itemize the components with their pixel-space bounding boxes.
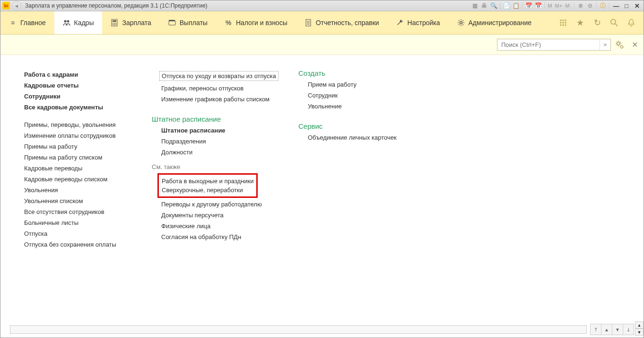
link-uvolneniya-spiskom[interactable]: Увольнения списком — [24, 196, 133, 206]
link-otpuska-bez[interactable]: Отпуска без сохранения оплаты — [24, 239, 133, 250]
zoom-in-icon[interactable]: ⊕ — [576, 1, 585, 10]
search-clear-button[interactable]: × — [600, 39, 610, 50]
link-soglasiya[interactable]: Согласия на обработку ПДн — [161, 231, 279, 242]
menu-admin[interactable]: Администрирование — [449, 11, 540, 34]
link-vse-kadrovye[interactable]: Все кадровые документы — [24, 102, 133, 113]
people-icon — [63, 19, 70, 27]
vscroll-down[interactable]: ▼ — [635, 329, 644, 336]
link-izmenenie-grafikov[interactable]: Изменение графиков работы списком — [161, 94, 279, 105]
scroll-last-button[interactable]: ⤓ — [623, 324, 634, 335]
link-vse-otsut[interactable]: Все отсутствия сотрудников — [24, 206, 133, 217]
link-dolzhnosti[interactable]: Должности — [161, 147, 279, 158]
copy-icon[interactable]: 📋 — [512, 1, 520, 10]
scroll-track[interactable] — [10, 325, 587, 334]
svg-point-17 — [560, 19, 562, 21]
link-sverhurochnye[interactable]: Сверхурочные, переработки — [162, 186, 253, 195]
calc-icon[interactable]: 📅 — [524, 1, 533, 10]
wallet-icon — [168, 19, 176, 27]
memory-mminus[interactable]: M- — [564, 3, 572, 9]
section-shtatnoe: Штатное расписание — [152, 115, 279, 123]
window-title: Зарплата и управление персоналом, редакц… — [25, 2, 470, 9]
link-uvolnenie[interactable]: Увольнение — [308, 101, 407, 112]
link-otpuska-po-uhodu[interactable]: Отпуска по уходу и возвраты из отпуска — [161, 69, 279, 83]
nav-column-2: Отпуска по уходу и возвраты из отпуска Г… — [152, 69, 279, 315]
scroll-first-button[interactable]: ⤒ — [590, 324, 601, 335]
memory-mplus[interactable]: M+ — [554, 3, 564, 9]
menu-otchet[interactable]: Отчетность, справки — [296, 11, 388, 34]
link-kadrovye-perevody[interactable]: Кадровые переводы — [24, 163, 133, 174]
menu-vyplaty[interactable]: Выплаты — [160, 11, 216, 34]
svg-point-26 — [611, 19, 616, 24]
link-podrazdeleniya[interactable]: Подразделения — [161, 136, 279, 147]
menu-vyplaty-label: Выплаты — [180, 19, 208, 27]
svg-point-28 — [617, 42, 620, 45]
grid-icon[interactable]: ▦ — [470, 1, 479, 10]
menu-nalogi-label: Налоги и взносы — [236, 19, 287, 27]
svg-point-5 — [114, 23, 115, 24]
svg-point-6 — [115, 23, 116, 24]
gear-icon — [457, 19, 465, 27]
link-sotrudnik[interactable]: Сотрудник — [308, 90, 407, 101]
link-sotrudniki[interactable]: Сотрудники — [24, 91, 133, 102]
link-grafiki[interactable]: Графики, переносы отпусков — [161, 83, 279, 94]
back-button[interactable]: ◄ — [12, 1, 21, 10]
link-perevody-drugomu[interactable]: Переводы к другому работодателю — [161, 199, 279, 210]
info-icon[interactable]: ⓘ — [599, 1, 607, 10]
highlight-box: Работа в выходные и праздники Сверхурочн… — [157, 173, 258, 198]
link-obedinenie[interactable]: Объединение личных карточек — [308, 132, 407, 143]
svg-point-29 — [621, 46, 623, 48]
menu-nastroyka[interactable]: Настройка — [388, 11, 449, 34]
save-icon[interactable]: 📄 — [502, 1, 511, 10]
vscroll-up[interactable]: ▲ — [635, 321, 644, 329]
link-priemy-spiskom[interactable]: Приемы на работу списком — [24, 152, 133, 163]
link-fiz-litsa[interactable]: Физические лица — [161, 221, 279, 231]
scroll-down-button[interactable]: ▼ — [612, 324, 623, 335]
star-icon[interactable]: ★ — [575, 18, 585, 27]
menu-otchet-label: Отчетность, справки — [316, 19, 379, 27]
link-bolnichnye[interactable]: Больничные листы — [24, 217, 133, 228]
calendar-icon[interactable]: 📅 — [534, 1, 542, 10]
menu-nastroyka-label: Настройка — [408, 19, 440, 27]
link-priemy-na-rabotu[interactable]: Приемы на работу — [24, 141, 133, 152]
link-rabota-vyh[interactable]: Работа в выходные и праздники — [162, 177, 253, 186]
link-doc-persucheta[interactable]: Документы персучета — [161, 210, 279, 221]
link-rabota-s-kadrami[interactable]: Работа с кадрами — [24, 69, 133, 80]
app-window: 1c ◄ Зарплата и управление персоналом, р… — [0, 0, 644, 338]
bell-icon[interactable] — [627, 18, 636, 27]
history-icon[interactable]: ↻ — [592, 18, 602, 27]
minimize-button[interactable]: — — [611, 2, 621, 9]
link-otpuska[interactable]: Отпуска — [24, 228, 133, 239]
search-box: × — [497, 39, 611, 51]
svg-line-27 — [615, 24, 618, 26]
menu-kadry[interactable]: Кадры — [54, 11, 103, 34]
settings-icon[interactable] — [615, 40, 624, 49]
print-icon[interactable]: 🖶 — [480, 1, 488, 10]
link-izmenenie-oplaty[interactable]: Изменение оплаты сотрудников — [24, 130, 133, 141]
search-input[interactable] — [497, 39, 600, 50]
maximize-button[interactable]: □ — [622, 2, 631, 9]
menu-admin-label: Администрирование — [469, 19, 532, 27]
zoom-out-icon[interactable]: ⊖ — [586, 1, 594, 10]
menu-zarplata[interactable]: Зарплата — [102, 11, 159, 34]
svg-rect-10 — [169, 21, 175, 25]
link-priem[interactable]: Прием на работу — [308, 79, 407, 90]
link-kadrovye-otchety[interactable]: Кадровые отчеты — [24, 80, 133, 91]
preview-icon[interactable]: 🔍 — [489, 1, 498, 10]
link-kadrovye-perevody-spiskom[interactable]: Кадровые переводы списком — [24, 174, 133, 185]
menu-main[interactable]: ≡ Главное — [0, 11, 54, 34]
close-panel-button[interactable]: ✕ — [632, 40, 638, 49]
svg-point-22 — [565, 22, 566, 24]
memory-m[interactable]: M — [547, 3, 553, 9]
bottom-scrollbar: ⤒ ▲ ▼ ⤓ — [10, 323, 634, 336]
svg-point-24 — [562, 24, 564, 26]
scroll-up-button[interactable]: ▲ — [601, 324, 612, 335]
close-button[interactable]: ✕ — [632, 2, 642, 9]
svg-point-7 — [113, 24, 113, 25]
section-sozdat: Создать — [298, 69, 407, 77]
menu-nalogi[interactable]: % Налоги и взносы — [216, 11, 296, 34]
link-uvolneniya[interactable]: Увольнения — [24, 185, 133, 196]
link-priemy-perevody[interactable]: Приемы, переводы, увольнения — [24, 119, 133, 130]
apps-icon[interactable] — [558, 18, 568, 27]
search-icon[interactable] — [609, 18, 619, 27]
link-shtatnoe[interactable]: Штатное расписание — [161, 125, 279, 136]
